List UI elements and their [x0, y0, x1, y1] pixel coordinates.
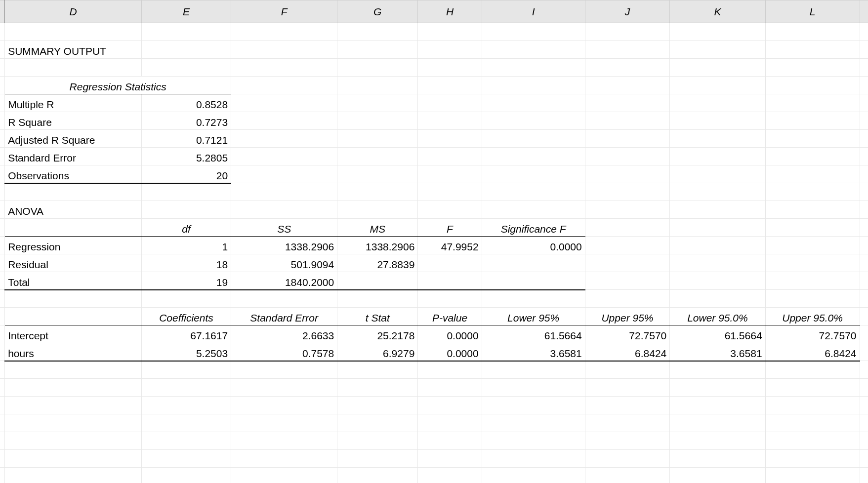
cell[interactable] — [765, 94, 860, 112]
cell[interactable] — [141, 432, 231, 450]
anova-regression-df[interactable]: 1 — [141, 237, 231, 254]
cell[interactable] — [231, 468, 337, 483]
cell[interactable] — [585, 361, 670, 379]
cell[interactable] — [337, 165, 418, 183]
cell[interactable] — [337, 148, 418, 165]
cell[interactable] — [231, 130, 337, 148]
cell[interactable] — [5, 23, 142, 41]
hours-u95[interactable]: 6.8424 — [585, 343, 670, 361]
cell[interactable] — [141, 379, 231, 397]
anova-total-sigf[interactable] — [482, 272, 585, 290]
cell[interactable] — [585, 432, 670, 450]
anova-header-blank[interactable] — [5, 219, 142, 237]
cell[interactable] — [337, 112, 418, 130]
anova-regression-ss[interactable]: 1338.2906 — [231, 237, 337, 254]
cell[interactable] — [585, 379, 670, 397]
col-header-G[interactable]: G — [337, 0, 418, 23]
coef-header-t[interactable]: t Stat — [337, 308, 418, 325]
cell[interactable] — [231, 148, 337, 165]
anova-regression-f[interactable]: 47.9952 — [418, 237, 482, 254]
cell[interactable] — [5, 379, 142, 397]
cell[interactable] — [765, 201, 860, 219]
cell[interactable] — [418, 290, 482, 308]
cell[interactable] — [585, 112, 670, 130]
cell[interactable] — [670, 23, 765, 41]
cell[interactable] — [670, 183, 765, 201]
cell[interactable] — [337, 94, 418, 112]
cell[interactable] — [765, 414, 860, 432]
cell[interactable] — [5, 414, 142, 432]
cell[interactable] — [765, 59, 860, 77]
label-multiple-r[interactable]: Multiple R — [5, 94, 142, 112]
cell[interactable] — [418, 130, 482, 148]
cell[interactable] — [765, 379, 860, 397]
cell[interactable] — [337, 414, 418, 432]
anova-regression-sigf[interactable]: 0.0000 — [482, 237, 585, 254]
cell[interactable] — [482, 414, 585, 432]
cell[interactable] — [585, 77, 670, 94]
cell[interactable] — [5, 290, 142, 308]
cell[interactable] — [765, 450, 860, 468]
cell[interactable] — [585, 130, 670, 148]
cell[interactable] — [585, 272, 670, 290]
hours-l95[interactable]: 3.6581 — [482, 343, 585, 361]
cell[interactable] — [585, 165, 670, 183]
cell[interactable] — [5, 183, 142, 201]
cell[interactable] — [585, 468, 670, 483]
cell[interactable] — [765, 219, 860, 237]
cell[interactable] — [765, 77, 860, 94]
col-header-J[interactable]: J — [585, 0, 670, 23]
cell[interactable] — [765, 272, 860, 290]
cell[interactable] — [231, 414, 337, 432]
cell[interactable] — [765, 432, 860, 450]
cell[interactable] — [337, 290, 418, 308]
cell[interactable] — [231, 397, 337, 414]
cell[interactable] — [670, 59, 765, 77]
anova-title[interactable]: ANOVA — [5, 201, 142, 219]
coef-header-blank[interactable] — [5, 308, 142, 325]
cell[interactable] — [418, 379, 482, 397]
cell[interactable] — [231, 379, 337, 397]
cell[interactable] — [231, 290, 337, 308]
col-header-H[interactable]: H — [418, 0, 482, 23]
cell[interactable] — [337, 77, 418, 94]
intercept-l95[interactable]: 61.5664 — [482, 325, 585, 343]
cell[interactable] — [585, 450, 670, 468]
cell[interactable] — [482, 361, 585, 379]
cell[interactable] — [141, 468, 231, 483]
cell[interactable] — [337, 183, 418, 201]
hours-l95b[interactable]: 3.6581 — [670, 343, 765, 361]
cell[interactable] — [765, 290, 860, 308]
cell[interactable] — [670, 112, 765, 130]
cell[interactable] — [482, 397, 585, 414]
cell[interactable] — [765, 41, 860, 59]
coef-header-coef[interactable]: Coefficients — [141, 308, 231, 325]
cell[interactable] — [670, 201, 765, 219]
cell[interactable] — [765, 361, 860, 379]
cell[interactable] — [231, 112, 337, 130]
cell[interactable] — [670, 361, 765, 379]
cell[interactable] — [765, 112, 860, 130]
anova-header-df[interactable]: df — [141, 219, 231, 237]
anova-header-ms[interactable]: MS — [337, 219, 418, 237]
cell[interactable] — [141, 41, 231, 59]
intercept-u95[interactable]: 72.7570 — [585, 325, 670, 343]
anova-residual-f[interactable] — [418, 254, 482, 272]
cell[interactable] — [585, 397, 670, 414]
cell[interactable] — [482, 59, 585, 77]
cell[interactable] — [337, 397, 418, 414]
cell[interactable] — [141, 414, 231, 432]
regression-statistics-header[interactable]: Regression Statistics — [5, 77, 231, 94]
cell[interactable] — [337, 450, 418, 468]
cell[interactable] — [5, 397, 142, 414]
cell[interactable] — [482, 432, 585, 450]
cell[interactable] — [418, 94, 482, 112]
cell[interactable] — [585, 94, 670, 112]
cell[interactable] — [482, 201, 585, 219]
cell[interactable] — [141, 290, 231, 308]
col-header-K[interactable]: K — [670, 0, 765, 23]
cell[interactable] — [418, 361, 482, 379]
cell[interactable] — [482, 450, 585, 468]
intercept-coef[interactable]: 67.1617 — [141, 325, 231, 343]
grid-table[interactable]: D E F G H I J K L SUMMARY OUTPUT Regress… — [0, 0, 868, 483]
